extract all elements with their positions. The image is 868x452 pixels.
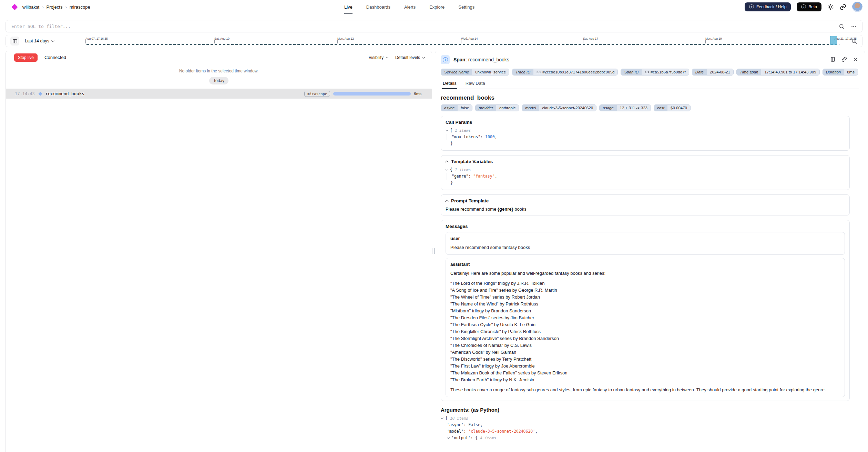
stop-live-button[interactable]: Stop live [14, 53, 38, 62]
sidebar-toggle-icon[interactable] [10, 37, 19, 46]
chevron-down-icon [422, 56, 425, 58]
timeline-tick-label: Aug 07, 17:16:35 [85, 37, 108, 40]
duration-bar [333, 92, 411, 96]
span-header: i Span: recommend_books [441, 55, 859, 64]
timeline-dashed-line [86, 44, 839, 45]
tab-settings[interactable]: Settings [458, 0, 474, 14]
span-content: recommend_books async false provider ant… [441, 94, 859, 441]
book-list-item: "The Kingkiller Chronicle" by Patrick Ro… [450, 328, 840, 335]
json-collapse-icon[interactable] [446, 129, 448, 131]
beta-label: Beta [808, 4, 817, 9]
collapse-section-icon[interactable] [445, 200, 449, 203]
book-list-item: "The Name of the Wind" by Patrick Rothfu… [450, 301, 840, 308]
timeline-tick [214, 40, 215, 43]
tab-alerts[interactable]: Alerts [404, 0, 416, 14]
json-collapse-icon[interactable] [441, 416, 443, 419]
breadcrumb-projects[interactable]: Projects [46, 4, 62, 10]
today-badge[interactable]: Today [209, 77, 228, 84]
open-panel-icon[interactable] [830, 57, 836, 62]
trace-duration: 9ms [414, 92, 421, 96]
more-options-icon[interactable] [851, 23, 857, 29]
nav-tabs: Live Dashboards Alerts Explore Settings [344, 0, 474, 14]
provider-badge: provider anthropic [475, 104, 519, 111]
timeline-track[interactable]: Aug 07, 17:16:35 Sat, Aug 10 Mon, Aug 12… [77, 35, 857, 47]
timeline-tick-label: Sat, Aug 17 [583, 37, 598, 40]
theme-toggle-icon[interactable] [827, 4, 834, 10]
zoom-in-icon[interactable] [851, 38, 858, 44]
json-collapse-icon[interactable] [446, 168, 448, 171]
feedback-help-button[interactable]: ? Feedback / Help [745, 2, 791, 11]
link-icon[interactable] [537, 70, 541, 74]
question-circle-icon: ? [749, 4, 754, 9]
span-id-badge: Span ID #ca51b6a7f5b9dd7f [621, 69, 689, 76]
template-variables-json: {1 items "genre": "fantasy", } [446, 167, 845, 186]
book-list-item: "The Chronicles of Narnia" by C.S. Lewis [450, 342, 840, 349]
timeline-tick-label: Sat, Aug 10 [214, 37, 229, 40]
timeline-tick-label: Mon, Aug 19 [705, 37, 722, 40]
assistant-message-text: Certainly! Here are some popular and wel… [450, 270, 840, 393]
collapse-section-icon[interactable] [445, 160, 449, 164]
assistant-message-card: assistant Certainly! Here are some popul… [446, 258, 845, 397]
template-variable-token: {genre} [498, 207, 513, 212]
timeline-selection-handle[interactable] [830, 36, 837, 45]
tab-explore[interactable]: Explore [429, 0, 445, 14]
prompt-template-body: Please recommend some {genre} books [446, 207, 845, 212]
time-range-dropdown[interactable]: Last 14 days [25, 39, 53, 43]
span-title-label: Span: [453, 57, 467, 62]
sql-filter-input[interactable]: Enter SQL to filter... [6, 20, 862, 32]
duration-badge: Duration 8ms [823, 69, 858, 76]
user-avatar[interactable] [852, 2, 862, 12]
trace-row[interactable]: 17:14:43 recommend_books mirascope 9ms [6, 89, 432, 99]
visibility-dropdown[interactable]: Visibility [369, 55, 388, 60]
feedback-help-label: Feedback / Help [756, 4, 786, 9]
function-badges: async false provider anthropic model cla… [441, 104, 850, 111]
tab-raw-data[interactable]: Raw Data [465, 81, 486, 89]
book-list-item: "American Gods" by Neil Gaiman [450, 349, 840, 356]
chevron-down-icon [51, 39, 54, 42]
timeline-tick [705, 40, 706, 43]
json-collapse-icon[interactable] [447, 436, 450, 439]
default-levels-dropdown[interactable]: Default levels [395, 55, 424, 60]
call-params-heading: Call Params [446, 120, 845, 125]
search-icon[interactable] [839, 23, 845, 29]
copy-span-link-icon[interactable] [841, 57, 847, 62]
breadcrumb: willbakst › Projects › mirascope [22, 4, 90, 10]
prompt-template-card: Prompt Template Please recommend some {g… [441, 194, 850, 215]
user-message-card: user Please recommend some fantasy books [446, 232, 845, 255]
breadcrumb-project[interactable]: mirascope [70, 4, 90, 10]
tab-live[interactable]: Live [344, 0, 353, 14]
app-logo-icon[interactable] [11, 4, 18, 10]
copy-link-icon[interactable] [840, 4, 846, 10]
span-title-value: recommend_books [468, 57, 509, 62]
beta-button[interactable]: i Beta [797, 2, 821, 11]
time-span-badge: Time span 17:14:43.901 to 17:14:43.909 [736, 69, 820, 76]
usage-badge: usage 12 + 311 -> 323 [599, 104, 651, 111]
book-list-item: "The Wheel of Time" series by Robert Jor… [450, 294, 840, 301]
tab-dashboards[interactable]: Dashboards [366, 0, 390, 14]
span-meta-badges: Service Name unknown_service Trace ID #2… [441, 69, 859, 76]
time-range-label: Last 14 days [25, 39, 49, 43]
call-params-card: Call Params {1 items "max_tokens": 1000,… [441, 116, 850, 151]
timeline-tick-label: Wed, Aug 14 [461, 37, 478, 40]
message-role: user [450, 236, 840, 241]
panel-resize-handle[interactable] [432, 248, 435, 254]
trace-timestamp: 17:14:43 [15, 91, 35, 96]
divider [59, 35, 59, 47]
book-list-item: "The Stormlight Archive" series by Brand… [450, 335, 840, 342]
book-list-item: "The Lord of the Rings" trilogy by J.R.R… [450, 280, 840, 287]
link-icon[interactable] [645, 70, 649, 74]
tab-details[interactable]: Details [442, 81, 457, 89]
breadcrumb-org[interactable]: willbakst [22, 4, 39, 10]
timeline-tick-label: Mon, Aug 12 [337, 37, 354, 40]
arguments-json: {10 items 'async': False, 'model': 'clau… [441, 415, 850, 441]
service-name-badge: Service Name unknown_service [441, 69, 509, 76]
breadcrumb-separator-icon: › [65, 4, 67, 10]
trace-list-panel: Stop live Connected Visibility Default l… [6, 51, 432, 452]
brand [12, 5, 17, 9]
call-params-json: {1 items "max_tokens": 1000, } [446, 127, 845, 147]
close-icon[interactable] [853, 57, 858, 62]
cost-badge: cost $0.00470 [654, 104, 691, 111]
book-list-item: "The Discworld" series by Terry Pratchet… [450, 356, 840, 363]
span-tabs: Details Raw Data [441, 81, 859, 89]
book-list-item: "The Earthsea Cycle" by Ursula K. Le Gui… [450, 321, 840, 328]
